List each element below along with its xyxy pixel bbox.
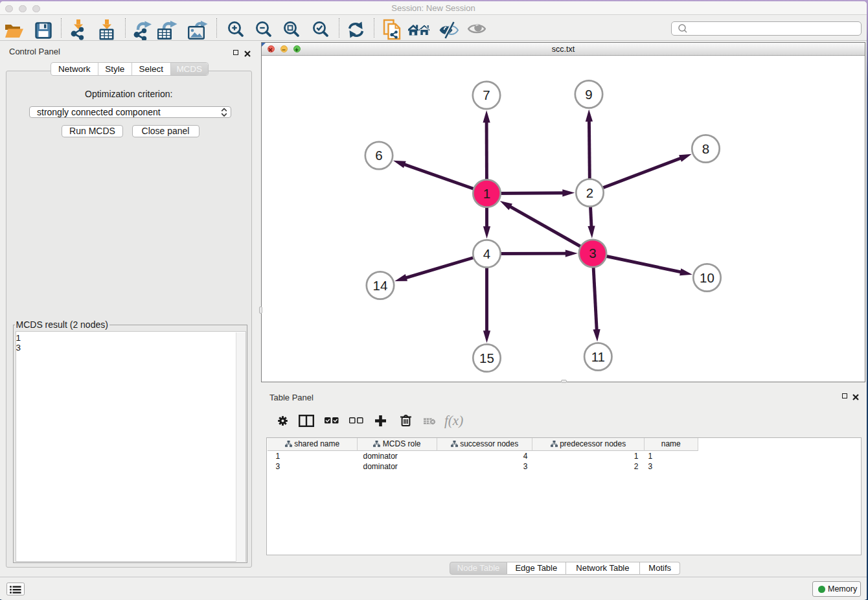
svg-text:9: 9	[585, 86, 592, 101]
svg-text:2: 2	[586, 185, 593, 200]
svg-text:11: 11	[591, 349, 604, 363]
svg-text:14: 14	[372, 277, 387, 292]
svg-text:10: 10	[700, 270, 714, 284]
svg-text:4: 4	[483, 246, 490, 260]
svg-text:8: 8	[702, 141, 709, 156]
svg-text:3: 3	[589, 246, 596, 260]
svg-text:15: 15	[479, 350, 494, 365]
svg-text:7: 7	[483, 87, 490, 102]
svg-text:6: 6	[375, 148, 382, 163]
svg-text:1: 1	[483, 185, 490, 200]
